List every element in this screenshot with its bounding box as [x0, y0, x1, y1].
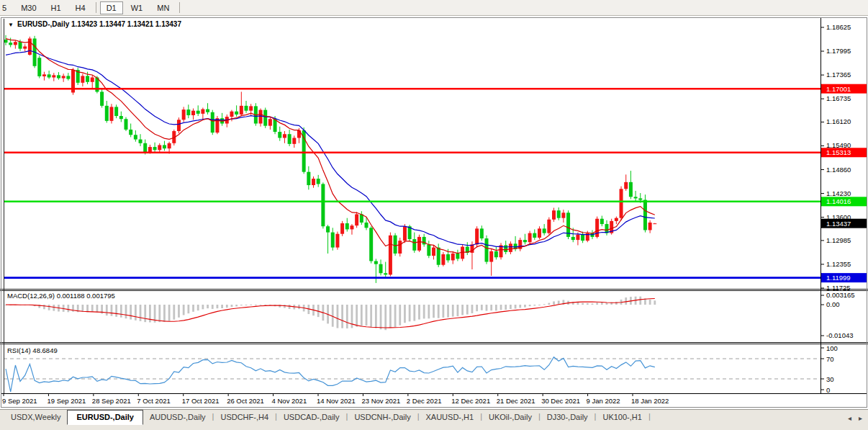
date-label: 17 Oct 2021 [182, 397, 220, 405]
timeframe-button-mn[interactable]: MN [150, 1, 176, 14]
candle-body [523, 240, 527, 242]
candle-body [355, 214, 358, 225]
price-tick-label: 1.17365 [826, 71, 851, 79]
candle-body [634, 197, 638, 198]
macd-axis-label: 0.00 [826, 300, 840, 308]
price-tick-label: 1.18625 [826, 23, 851, 31]
candle-body [543, 228, 546, 233]
candle-body [489, 251, 493, 262]
chart-window[interactable]: 1.186251.179951.173651.167351.161201.154… [0, 15, 868, 409]
date-label: 4 Nov 2021 [272, 397, 307, 405]
candle-body [384, 273, 387, 274]
tab-separator: | [648, 410, 651, 423]
macd-histogram-bar [221, 305, 223, 308]
macd-histogram-bar [207, 305, 209, 308]
macd-histogram-bar [384, 305, 386, 330]
candle-body [485, 238, 489, 262]
timeframe-button-5[interactable]: 5 [0, 1, 13, 14]
macd-histogram-bar [510, 305, 512, 309]
candle-body [379, 264, 383, 274]
macd-histogram-bar [596, 303, 598, 305]
macd-indicator-label: MACD(12,26,9) 0.001188 0.001795 [7, 292, 115, 300]
symbol-tab-audusd-daily[interactable]: AUDUSD-,Daily [143, 410, 212, 424]
candle-body [148, 147, 152, 152]
symbol-tab-ukoil-daily[interactable]: UKOil-,Daily [482, 410, 538, 424]
candle-body [441, 254, 445, 265]
macd-histogram-bar [466, 305, 469, 315]
symbol-tab-eurusd-daily[interactable]: EURUSD-,Daily [67, 410, 143, 425]
candle-body [600, 219, 604, 224]
candle-body [335, 234, 339, 248]
candle-body [398, 241, 402, 254]
macd-histogram-bar [366, 305, 368, 326]
symbol-tab-dj30-daily[interactable]: DJ30-,Daily [541, 410, 595, 424]
price-tick-label: 1.16120 [826, 117, 851, 125]
timeframe-button-d1[interactable]: D1 [100, 1, 123, 14]
macd-histogram-bar [91, 305, 94, 312]
candle-body [268, 119, 272, 125]
candle-body [340, 223, 344, 234]
rsi-plot-area[interactable] [4, 344, 820, 393]
level-price-badge-label: 1.14016 [826, 197, 851, 205]
date-label: 30 Dec 2021 [541, 397, 580, 405]
candle-body [182, 109, 186, 120]
candle-body [66, 76, 70, 79]
candle-body [629, 182, 633, 197]
tab-scroll-right-icon[interactable]: ▸ [859, 414, 862, 422]
macd-histogram-bar [505, 305, 507, 310]
candle-body [504, 245, 507, 251]
candle-body [620, 189, 623, 218]
macd-histogram-bar [639, 297, 641, 305]
candle-body [427, 244, 430, 256]
timeframe-button-h4[interactable]: H4 [69, 1, 92, 14]
symbol-tab-usdcnh-daily[interactable]: USDCNH-,Daily [348, 410, 417, 424]
candle-body [52, 75, 55, 77]
candle-body [624, 182, 628, 189]
tab-scroll-left-icon[interactable]: ◂ [848, 414, 851, 422]
candle-body [365, 223, 369, 228]
macd-histogram-bar [125, 305, 127, 318]
date-label: 7 Oct 2021 [137, 397, 170, 405]
macd-histogram-bar [53, 305, 55, 311]
candle-body [230, 112, 233, 117]
symbol-tab-uk100-h1[interactable]: UK100-,H1 [596, 410, 648, 424]
symbol-tab-usdcad-daily[interactable]: USDCAD-,Daily [277, 410, 346, 424]
candle-body [119, 116, 123, 119]
macd-histogram-bar [235, 305, 238, 306]
macd-histogram-bar [48, 305, 50, 310]
rsi-panel[interactable]: 10070300RSI(14) 48.6849 [4, 344, 838, 394]
symbol-tab-xauusd-h1[interactable]: XAUUSD-,H1 [420, 410, 481, 424]
macd-histogram-bar [260, 305, 262, 305]
macd-histogram-bar [452, 305, 454, 317]
macd-histogram-bar [587, 303, 589, 305]
timeframe-button-h1[interactable]: H1 [45, 1, 68, 14]
candle-body [28, 38, 32, 55]
candle-body [547, 220, 551, 233]
symbol-tab-usdx-weekly[interactable]: USDX,Weekly [4, 410, 67, 424]
candle-body [648, 223, 652, 230]
date-label: 14 Nov 2021 [317, 397, 356, 405]
candle-body [317, 179, 320, 184]
macd-histogram-bar [447, 305, 449, 318]
symbol-dropdown-icon[interactable]: ▼ [8, 22, 14, 28]
last-price-badge-label: 1.13437 [826, 220, 851, 228]
macd-histogram-bar [389, 305, 392, 328]
candle-body [571, 237, 575, 240]
macd-histogram-bar [375, 305, 377, 328]
timeframe-button-w1[interactable]: W1 [125, 1, 150, 14]
date-axis[interactable]: 9 Sep 202119 Sep 202128 Sep 20217 Oct 20… [1, 393, 867, 408]
macd-histogram-bar [183, 305, 185, 315]
macd-histogram-bar [615, 302, 618, 305]
timeframe-button-m30[interactable]: M30 [14, 1, 42, 14]
macd-histogram-bar [158, 305, 161, 322]
macd-histogram-bar [135, 305, 137, 321]
candle-body [638, 198, 642, 200]
candle-body [561, 212, 565, 218]
candle-body [653, 223, 656, 224]
candle-body [302, 130, 306, 172]
macd-histogram-bar [486, 305, 488, 311]
tab-scroll-arrows: ◂▸ [848, 410, 868, 426]
symbol-tab-usdchf-h4[interactable]: USDCHF-,H4 [214, 410, 275, 424]
macd-panel[interactable]: 0.0031650.00-0.01043MACD(12,26,9) 0.0011… [4, 291, 855, 341]
rsi-axis-label: 70 [826, 355, 834, 363]
